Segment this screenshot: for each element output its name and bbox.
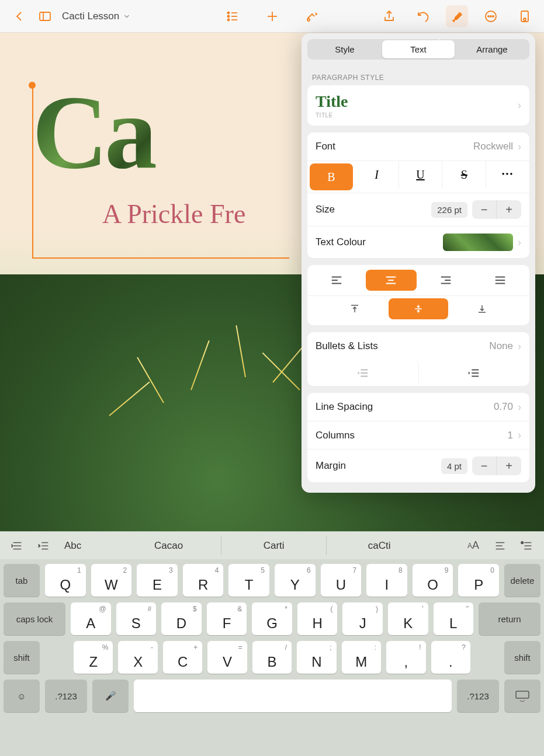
key-g[interactable]: *G: [252, 602, 292, 635]
columns-row[interactable]: Columns 1 ›: [307, 421, 529, 449]
key-b[interactable]: /B: [252, 641, 292, 674]
more-button[interactable]: [480, 5, 502, 27]
valign-bottom-button[interactable]: [453, 298, 512, 319]
bullets-row[interactable]: Bullets & Lists None ›: [307, 332, 529, 360]
italic-button[interactable]: I: [355, 161, 399, 188]
outdent-button[interactable]: [307, 360, 419, 386]
underline-button[interactable]: U: [399, 161, 443, 188]
abc-button[interactable]: Abc: [60, 540, 86, 552]
key-z[interactable]: %Z: [74, 641, 113, 674]
share-button[interactable]: [378, 5, 400, 27]
back-button[interactable]: [8, 5, 30, 27]
paragraph-style-row[interactable]: Title TITLE ›: [307, 85, 529, 126]
key-y[interactable]: 6Y: [275, 564, 316, 597]
indent-button[interactable]: [419, 360, 530, 386]
strikethrough-button[interactable]: S: [442, 161, 486, 188]
tools-button[interactable]: [301, 5, 323, 27]
margin-decrement[interactable]: −: [472, 457, 497, 475]
prediction-0[interactable]: Cacao: [116, 536, 221, 555]
key-c[interactable]: +C: [163, 641, 202, 674]
key-shift-left[interactable]: shift: [4, 641, 40, 674]
tab-style[interactable]: Style: [309, 40, 381, 58]
svg-point-4: [227, 15, 229, 17]
key-t[interactable]: 5T: [228, 564, 269, 597]
selection-edge-bottom: [32, 257, 289, 259]
key-shift-right[interactable]: shift: [504, 641, 540, 674]
valign-middle-button[interactable]: [389, 298, 448, 319]
key-u[interactable]: 7U: [321, 564, 362, 597]
key-dismiss-keyboard[interactable]: [504, 680, 540, 712]
insert-button[interactable]: [261, 5, 283, 27]
margin-label: Margin: [316, 460, 441, 472]
size-decrement[interactable]: −: [472, 200, 497, 219]
key-r[interactable]: 4R: [183, 564, 224, 597]
key-f[interactable]: &F: [207, 602, 247, 635]
prediction-1[interactable]: Carti: [221, 536, 327, 555]
panel-tab-segment: Style Text Arrange: [307, 39, 529, 60]
key-n[interactable]: ;N: [297, 641, 336, 674]
key-s[interactable]: #S: [116, 602, 157, 635]
title-text-box[interactable]: Ca A Prickle Fre: [32, 85, 245, 229]
top-toolbar: Cacti Lesson: [0, 0, 544, 33]
key-emoji[interactable]: ☺: [4, 680, 40, 712]
toc-button[interactable]: [221, 5, 244, 27]
key-j[interactable]: )J: [342, 602, 383, 635]
align-justify-button[interactable]: [475, 270, 526, 291]
document-title[interactable]: Cacti Lesson: [62, 11, 131, 22]
font-row[interactable]: Font Rockwell ›: [307, 133, 529, 161]
keyboard-shortcut-bar: Abc Cacao Carti caCti AA +: [0, 531, 544, 559]
key-capslock[interactable]: caps lock: [4, 602, 65, 635]
key-v[interactable]: =V: [207, 641, 247, 674]
key-space[interactable]: [134, 680, 452, 712]
bold-button[interactable]: B: [310, 163, 353, 190]
key-numsym-left[interactable]: .?123: [45, 680, 87, 712]
key-tab[interactable]: tab: [4, 564, 40, 597]
key-p[interactable]: 0P: [458, 564, 499, 597]
tab-text[interactable]: Text: [382, 40, 455, 58]
key-dictation[interactable]: 🎤: [92, 680, 129, 712]
key-a[interactable]: @A: [71, 602, 111, 635]
margin-increment[interactable]: +: [497, 457, 521, 475]
insert-shortcut[interactable]: +: [516, 535, 538, 556]
text-colour-row[interactable]: Text Colour ›: [307, 226, 529, 258]
svg-point-6: [227, 19, 229, 20]
key-e[interactable]: 3E: [137, 564, 178, 597]
valign-top-button[interactable]: [325, 298, 384, 319]
margin-value[interactable]: 4 pt: [441, 458, 467, 474]
prediction-2[interactable]: caCti: [327, 536, 432, 555]
format-button[interactable]: [446, 5, 468, 27]
panels-button[interactable]: [34, 5, 56, 27]
line-spacing-row[interactable]: Line Spacing 0.70 ›: [307, 393, 529, 421]
key-m[interactable]: :M: [342, 641, 381, 674]
align-left-button[interactable]: [311, 270, 362, 291]
align-shortcut[interactable]: [489, 535, 511, 556]
key-return[interactable]: return: [479, 602, 540, 635]
indent-shortcut-button[interactable]: [33, 535, 55, 556]
key-period[interactable]: ?.: [431, 641, 470, 674]
list-shortcut-button[interactable]: [6, 535, 28, 556]
key-i[interactable]: 8I: [366, 564, 407, 597]
align-center-button[interactable]: [366, 270, 417, 291]
size-value[interactable]: 226 pt: [431, 202, 467, 218]
key-comma[interactable]: !,: [386, 641, 425, 674]
text-size-shortcut[interactable]: AA: [462, 535, 484, 556]
key-q[interactable]: 1Q: [45, 564, 86, 597]
document-settings-button[interactable]: [514, 5, 536, 27]
key-d[interactable]: $D: [161, 602, 202, 635]
text-colour-swatch[interactable]: [443, 234, 513, 251]
align-right-button[interactable]: [420, 270, 472, 291]
key-delete[interactable]: delete: [504, 564, 540, 597]
key-numsym-right[interactable]: .?123: [457, 680, 499, 712]
undo-button[interactable]: [412, 5, 434, 27]
svg-rect-0: [40, 12, 50, 20]
key-l[interactable]: "L: [434, 602, 474, 635]
key-w[interactable]: 2W: [91, 564, 132, 597]
key-k[interactable]: 'K: [388, 602, 428, 635]
more-styles-button[interactable]: •••: [486, 161, 529, 188]
key-x[interactable]: -X: [118, 641, 157, 674]
size-increment[interactable]: +: [497, 200, 521, 219]
tab-arrange[interactable]: Arrange: [456, 40, 528, 58]
svg-text:+: +: [521, 541, 523, 544]
key-o[interactable]: 9O: [413, 564, 453, 597]
key-h[interactable]: (H: [297, 602, 338, 635]
